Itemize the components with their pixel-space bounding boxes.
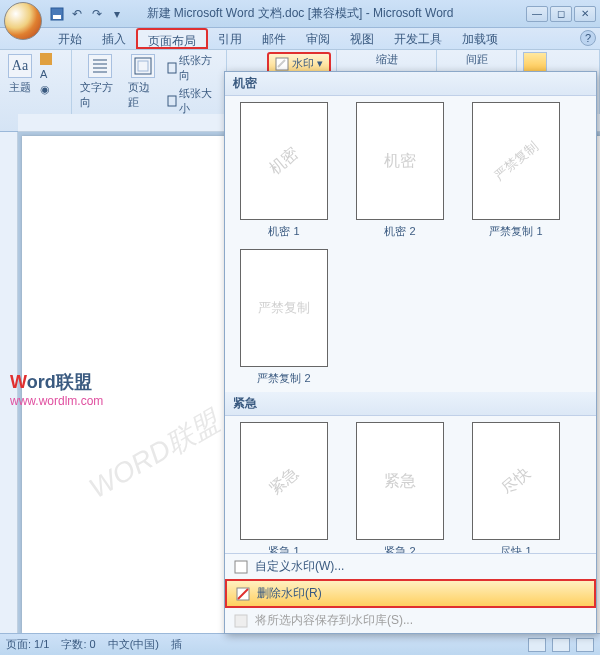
watermark-thumb[interactable]: 尽快尽快 1: [463, 422, 569, 553]
watermark-thumb[interactable]: 机密机密 1: [231, 102, 337, 239]
margins-button[interactable]: 页边距: [126, 52, 160, 112]
watermark-thumb[interactable]: 机密机密 2: [347, 102, 453, 239]
text-direction-button[interactable]: 文字方向: [78, 52, 122, 112]
undo-icon[interactable]: ↶: [68, 5, 86, 23]
spacing-label: 间距: [466, 52, 488, 67]
minimize-button[interactable]: —: [526, 6, 548, 22]
remove-watermark-icon: [235, 586, 251, 602]
watermark-thumb[interactable]: 紧急紧急 2: [347, 422, 453, 553]
help-icon[interactable]: ?: [580, 30, 596, 46]
ribbon-tabs: 开始 插入 页面布局 引用 邮件 审阅 视图 开发工具 加载项: [0, 28, 600, 50]
view-full-screen-icon[interactable]: [552, 638, 570, 652]
custom-watermark-icon: [233, 559, 249, 575]
indent-label: 缩进: [376, 52, 398, 67]
status-words[interactable]: 字数: 0: [61, 637, 95, 652]
svg-rect-16: [235, 615, 247, 627]
watermark-thumb[interactable]: 紧急紧急 1: [231, 422, 337, 553]
theme-icon: Aa: [8, 54, 32, 78]
tab-developer[interactable]: 开发工具: [384, 28, 452, 49]
office-button[interactable]: [4, 2, 42, 40]
svg-rect-9: [168, 63, 176, 73]
tab-addins[interactable]: 加载项: [452, 28, 508, 49]
theme-fonts-icon[interactable]: A: [38, 67, 54, 81]
quick-access-toolbar: ↶ ↷ ▾: [48, 5, 126, 23]
maximize-button[interactable]: ◻: [550, 6, 572, 22]
svg-rect-1: [53, 15, 61, 19]
tab-page-layout[interactable]: 页面布局: [136, 28, 208, 49]
gallery-confidential: 机密机密 1 机密机密 2 严禁复制严禁复制 1 严禁复制严禁复制 2: [225, 96, 596, 392]
overlay-url: www.wordlm.com: [10, 394, 103, 408]
view-web-layout-icon[interactable]: [576, 638, 594, 652]
theme-effects-icon[interactable]: ◉: [38, 82, 54, 97]
tab-insert[interactable]: 插入: [92, 28, 136, 49]
statusbar: 页面: 1/1 字数: 0 中文(中国) 插: [0, 633, 600, 655]
watermark-icon: [275, 57, 289, 71]
save-to-gallery-item: 将所选内容保存到水印库(S)...: [225, 608, 596, 633]
status-page[interactable]: 页面: 1/1: [6, 637, 49, 652]
orientation-button[interactable]: 纸张方向: [164, 52, 220, 84]
watermark-thumb[interactable]: 严禁复制严禁复制 1: [463, 102, 569, 239]
svg-rect-13: [235, 561, 247, 573]
tab-home[interactable]: 开始: [48, 28, 92, 49]
qat-more-icon[interactable]: ▾: [108, 5, 126, 23]
close-button[interactable]: ✕: [574, 6, 596, 22]
save-gallery-icon: [233, 613, 249, 629]
background-watermark: WORD联盟: [82, 402, 226, 507]
theme-label: 主题: [9, 80, 31, 95]
margins-icon: [131, 54, 155, 78]
text-direction-icon: [88, 54, 112, 78]
remove-watermark-item[interactable]: 删除水印(R): [225, 579, 596, 608]
theme-colors-icon[interactable]: [38, 52, 54, 66]
popup-footer: 自定义水印(W)... 删除水印(R) 将所选内容保存到水印库(S)...: [225, 553, 596, 633]
redo-icon[interactable]: ↷: [88, 5, 106, 23]
custom-watermark-item[interactable]: 自定义水印(W)...: [225, 554, 596, 579]
svg-rect-2: [40, 53, 52, 65]
tab-mailings[interactable]: 邮件: [252, 28, 296, 49]
watermark-gallery-popup: 机密 机密机密 1 机密机密 2 严禁复制严禁复制 1 严禁复制严禁复制 2 紧…: [224, 71, 597, 634]
theme-button[interactable]: Aa 主题: [6, 52, 34, 97]
gallery-urgent: 紧急紧急 1 紧急紧急 2 尽快尽快 1: [225, 416, 596, 553]
svg-rect-7: [135, 58, 151, 74]
window-controls: — ◻ ✕: [526, 6, 596, 22]
overlay-logo: Word联盟 www.wordlm.com: [10, 370, 103, 408]
status-mode[interactable]: 插: [171, 637, 182, 652]
save-icon[interactable]: [48, 5, 66, 23]
tab-references[interactable]: 引用: [208, 28, 252, 49]
status-language[interactable]: 中文(中国): [108, 637, 159, 652]
tab-view[interactable]: 视图: [340, 28, 384, 49]
svg-rect-10: [168, 96, 176, 106]
watermark-thumb[interactable]: 严禁复制严禁复制 2: [231, 249, 337, 386]
window-title: 新建 Microsoft Word 文档.doc [兼容模式] - Micros…: [147, 5, 454, 22]
svg-rect-8: [138, 61, 148, 71]
paper-size-button[interactable]: 纸张大小: [164, 85, 220, 117]
tab-review[interactable]: 审阅: [296, 28, 340, 49]
titlebar: ↶ ↷ ▾ 新建 Microsoft Word 文档.doc [兼容模式] - …: [0, 0, 600, 28]
section-confidential: 机密: [225, 72, 596, 96]
section-urgent: 紧急: [225, 392, 596, 416]
view-print-layout-icon[interactable]: [528, 638, 546, 652]
chevron-down-icon: ▾: [317, 57, 323, 70]
